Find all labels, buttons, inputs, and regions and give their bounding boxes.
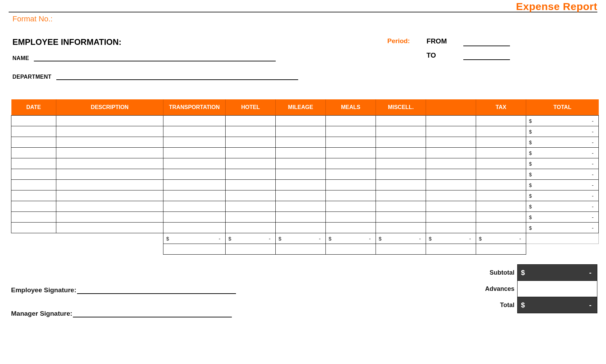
- table-cell[interactable]: [11, 180, 56, 190]
- table-cell[interactable]: [276, 148, 326, 158]
- table-cell[interactable]: [426, 116, 476, 126]
- table-cell[interactable]: [11, 212, 56, 223]
- table-cell[interactable]: [426, 126, 476, 137]
- table-cell[interactable]: [226, 223, 276, 233]
- department-input-line[interactable]: [56, 72, 298, 80]
- to-input-line[interactable]: [463, 52, 510, 60]
- table-cell[interactable]: [326, 169, 376, 180]
- table-cell[interactable]: [163, 212, 226, 223]
- table-cell[interactable]: [276, 158, 326, 169]
- table-cell[interactable]: [476, 126, 526, 137]
- table-cell[interactable]: [326, 212, 376, 223]
- table-cell[interactable]: [56, 137, 163, 148]
- table-cell[interactable]: [426, 201, 476, 212]
- table-cell[interactable]: [426, 180, 476, 190]
- table-cell[interactable]: [163, 116, 226, 126]
- table-cell[interactable]: [56, 190, 163, 201]
- table-cell[interactable]: [476, 223, 526, 233]
- from-input-line[interactable]: [463, 38, 510, 46]
- employee-signature-line[interactable]: [77, 286, 236, 294]
- table-cell[interactable]: [326, 137, 376, 148]
- table-cell[interactable]: [426, 148, 476, 158]
- table-cell[interactable]: [56, 180, 163, 190]
- table-cell[interactable]: [56, 158, 163, 169]
- table-cell[interactable]: [226, 158, 276, 169]
- table-cell[interactable]: [426, 212, 476, 223]
- table-cell[interactable]: [226, 148, 276, 158]
- table-cell[interactable]: [56, 126, 163, 137]
- table-cell[interactable]: [163, 148, 226, 158]
- table-cell[interactable]: [476, 116, 526, 126]
- table-cell[interactable]: [11, 190, 56, 201]
- table-cell[interactable]: [276, 223, 326, 233]
- table-cell[interactable]: [163, 126, 226, 137]
- table-cell[interactable]: [276, 180, 326, 190]
- table-cell[interactable]: [56, 223, 163, 233]
- table-cell[interactable]: [226, 212, 276, 223]
- table-cell[interactable]: [163, 190, 226, 201]
- table-cell[interactable]: [163, 201, 226, 212]
- table-cell[interactable]: [476, 169, 526, 180]
- table-cell[interactable]: [226, 137, 276, 148]
- table-cell[interactable]: [276, 190, 326, 201]
- table-cell[interactable]: [163, 137, 226, 148]
- table-cell[interactable]: [276, 169, 326, 180]
- table-cell[interactable]: [376, 137, 426, 148]
- table-cell[interactable]: [326, 148, 376, 158]
- table-cell[interactable]: [476, 190, 526, 201]
- table-cell[interactable]: [163, 169, 226, 180]
- table-cell[interactable]: [426, 223, 476, 233]
- table-cell[interactable]: [376, 169, 426, 180]
- table-cell[interactable]: [11, 148, 56, 158]
- table-cell[interactable]: [376, 201, 426, 212]
- manager-signature-line[interactable]: [73, 309, 232, 317]
- table-cell[interactable]: [11, 116, 56, 126]
- table-cell[interactable]: [326, 190, 376, 201]
- table-cell[interactable]: [326, 158, 376, 169]
- table-cell[interactable]: [476, 201, 526, 212]
- table-cell[interactable]: [11, 137, 56, 148]
- table-cell[interactable]: [426, 158, 476, 169]
- table-cell[interactable]: [163, 158, 226, 169]
- table-cell[interactable]: [426, 190, 476, 201]
- table-cell[interactable]: [11, 169, 56, 180]
- table-cell[interactable]: [426, 137, 476, 148]
- table-cell[interactable]: [476, 212, 526, 223]
- table-cell[interactable]: [163, 180, 226, 190]
- table-cell[interactable]: [476, 180, 526, 190]
- table-cell[interactable]: [11, 158, 56, 169]
- table-cell[interactable]: [326, 180, 376, 190]
- table-cell[interactable]: [226, 190, 276, 201]
- table-cell[interactable]: [376, 223, 426, 233]
- table-cell[interactable]: [276, 116, 326, 126]
- table-cell[interactable]: [226, 116, 276, 126]
- table-cell[interactable]: [376, 190, 426, 201]
- table-cell[interactable]: [226, 201, 276, 212]
- table-cell[interactable]: [376, 116, 426, 126]
- table-cell[interactable]: [376, 212, 426, 223]
- table-cell[interactable]: [476, 137, 526, 148]
- table-cell[interactable]: [326, 116, 376, 126]
- table-cell[interactable]: [56, 116, 163, 126]
- advances-box[interactable]: [518, 281, 597, 297]
- table-cell[interactable]: [56, 201, 163, 212]
- table-cell[interactable]: [376, 158, 426, 169]
- table-cell[interactable]: [376, 126, 426, 137]
- table-cell[interactable]: [163, 223, 226, 233]
- table-cell[interactable]: [226, 180, 276, 190]
- table-cell[interactable]: [11, 201, 56, 212]
- table-cell[interactable]: [56, 169, 163, 180]
- table-cell[interactable]: [326, 201, 376, 212]
- table-cell[interactable]: [326, 223, 376, 233]
- table-cell[interactable]: [276, 212, 326, 223]
- table-cell[interactable]: [376, 180, 426, 190]
- table-cell[interactable]: [11, 126, 56, 137]
- table-cell[interactable]: [376, 148, 426, 158]
- table-cell[interactable]: [11, 223, 56, 233]
- table-cell[interactable]: [276, 137, 326, 148]
- table-cell[interactable]: [326, 126, 376, 137]
- table-cell[interactable]: [426, 169, 476, 180]
- table-cell[interactable]: [226, 126, 276, 137]
- table-cell[interactable]: [276, 126, 326, 137]
- table-cell[interactable]: [276, 201, 326, 212]
